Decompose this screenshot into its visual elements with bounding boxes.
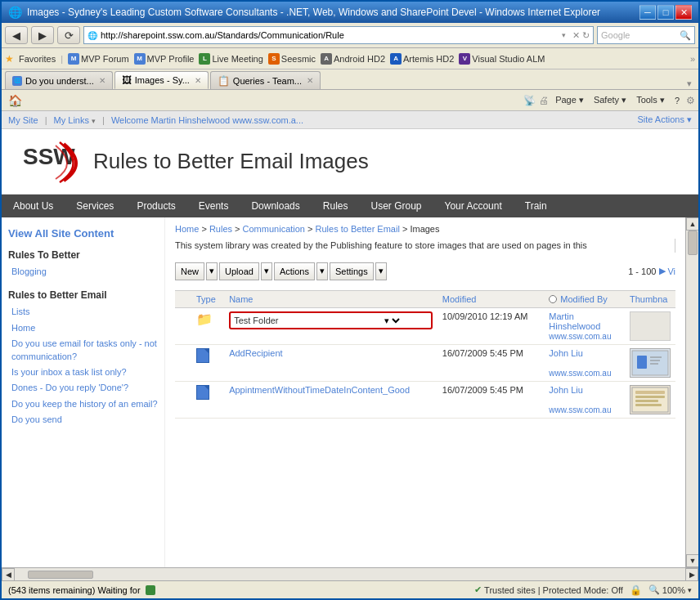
tab-do-you-understand[interactable]: 🌐 Do you underst... ✕ <box>5 71 113 89</box>
sidebar-link-lists[interactable]: Lists <box>8 304 158 320</box>
sidebar-section-rules-to-better: Rules To Better Blogging <box>8 249 158 280</box>
view-link[interactable]: Vi <box>667 266 675 276</box>
tab-images[interactable]: 🖼 Images - Sy... ✕ <box>114 71 209 89</box>
modified-by-name-1[interactable]: John Liu <box>549 348 620 358</box>
actions-button[interactable]: Actions <box>274 262 315 280</box>
forward-button[interactable]: ▶ <box>31 26 54 44</box>
breadcrumb-rules[interactable]: Rules <box>209 224 232 234</box>
v-scroll-thumb[interactable] <box>688 231 698 255</box>
h-scroll-thumb[interactable] <box>28 571 93 579</box>
fav-android-hd2[interactable]: A Android HD2 <box>321 53 385 65</box>
col-modified[interactable]: Modified <box>438 290 544 307</box>
favorites-label[interactable]: Favorites <box>19 54 56 64</box>
folder-name-input[interactable] <box>234 316 381 325</box>
vs-alm-icon: V <box>459 53 470 65</box>
minimize-button[interactable]: ─ <box>639 5 656 20</box>
content-area: My Site | My Links ▾ | Welcome Martin Hi… <box>2 111 698 567</box>
welcome-link[interactable]: Welcome Martin Hinshelwood www.ssw.com.a… <box>111 115 303 125</box>
file-link-2[interactable]: AppintmentWithoutTimeDateInContent_Good <box>229 385 410 395</box>
tab-close-2[interactable]: ✕ <box>307 76 313 85</box>
nav-train[interactable]: Train <box>514 195 559 217</box>
file-link-1[interactable]: AddRecipient <box>229 348 282 358</box>
settings-dropdown-btn[interactable]: ▾ <box>375 262 387 280</box>
col-type[interactable]: Type <box>191 290 224 307</box>
breadcrumb-communication[interactable]: Communication <box>243 224 305 234</box>
thumbnail-svg-1 <box>630 349 670 377</box>
tab-close-0[interactable]: ✕ <box>99 76 105 85</box>
inline-editor[interactable]: ▾ <box>229 311 433 329</box>
my-links-link[interactable]: My Links ▾ <box>54 115 96 125</box>
safety-button[interactable]: Safety ▾ <box>590 93 630 107</box>
scroll-down-btn[interactable]: ▼ <box>686 554 698 567</box>
sidebar-link-dones[interactable]: Dones - Do you reply 'Done'? <box>8 380 158 396</box>
nav-user-group[interactable]: User Group <box>359 195 433 217</box>
row-radio-1 <box>175 344 191 381</box>
zoom-control[interactable]: 🔍 100% ▾ <box>648 584 692 595</box>
more-tabs-btn[interactable]: » <box>690 54 695 64</box>
rss-btn[interactable]: 📡 <box>523 95 536 106</box>
col-modified-by: Modified By <box>544 290 625 307</box>
nav-about-us[interactable]: About Us <box>2 195 65 217</box>
modified-by-name-2[interactable]: John Liu <box>549 385 620 395</box>
sidebar-link-home[interactable]: Home <box>8 320 158 336</box>
upload-dropdown-btn[interactable]: ▾ <box>261 262 272 280</box>
fav-vs-alm[interactable]: V Visual Studio ALM <box>459 53 545 65</box>
folder-dropdown[interactable]: ▾ <box>381 315 402 326</box>
my-site-link[interactable]: My Site <box>8 115 38 125</box>
fav-mvp-forum[interactable]: M MVP Forum <box>68 53 128 65</box>
zoom-icon: 🔍 <box>648 584 660 595</box>
home-btn[interactable]: 🏠 <box>8 94 22 107</box>
image-file-icon-1 <box>196 348 209 363</box>
fav-seesmic[interactable]: S Seesmic <box>268 53 316 65</box>
new-dropdown-btn[interactable]: ▾ <box>206 262 218 280</box>
tools-button[interactable]: Tools ▾ <box>633 93 668 107</box>
fav-artemis-hd2[interactable]: A Artemis HD2 <box>390 53 454 65</box>
nav-services[interactable]: Services <box>65 195 125 217</box>
nav-your-account[interactable]: Your Account <box>433 195 514 217</box>
command-bar: 🏠 📡 🖨 Page ▾ Safety ▾ Tools ▾ ? ⚙ <box>2 90 698 111</box>
nav-products[interactable]: Products <box>125 195 186 217</box>
scroll-right-btn[interactable]: ▶ <box>685 568 698 581</box>
actions-dropdown-btn[interactable]: ▾ <box>316 262 328 280</box>
address-dropdown-icon[interactable]: ▾ <box>562 31 566 39</box>
modified-by-name-0[interactable]: Martin Hinshelwood <box>549 311 620 331</box>
close-button[interactable]: ✕ <box>675 5 692 20</box>
new-tab-btn[interactable]: ▾ <box>684 78 695 89</box>
nav-downloads[interactable]: Downloads <box>240 195 311 217</box>
settings-button[interactable]: Settings <box>330 262 374 280</box>
sidebar-link-do-you-send[interactable]: Do you send <box>8 412 158 428</box>
vs-alm-label: Visual Studio ALM <box>472 54 545 64</box>
sidebar-link-keep-history[interactable]: Do you keep the history of an email? <box>8 396 158 412</box>
tab-bar: 🌐 Do you underst... ✕ 🖼 Images - Sy... ✕… <box>2 69 698 90</box>
tab-queries[interactable]: 📋 Queries - Team... ✕ <box>210 71 321 89</box>
row-name-0: ▾ <box>224 307 438 344</box>
next-page-btn[interactable]: ▶ <box>659 266 666 276</box>
fav-live-meeting[interactable]: L Live Meeting <box>199 53 262 65</box>
sidebar-link-inbox-task[interactable]: Is your inbox a task list only? <box>8 365 158 380</box>
nav-events[interactable]: Events <box>187 195 240 217</box>
view-all-site-content-link[interactable]: View All Site Content <box>8 227 158 240</box>
modified-by-radio[interactable] <box>549 295 557 303</box>
ie-settings-icon[interactable]: ⚙ <box>686 95 695 106</box>
page-button[interactable]: Page ▾ <box>552 93 587 107</box>
help-button[interactable]: ? <box>671 94 683 107</box>
reload-button[interactable]: ⟳ <box>57 26 80 44</box>
fav-mvp-profile[interactable]: M MVP Profile <box>134 53 195 65</box>
scroll-up-btn[interactable]: ▲ <box>686 217 698 231</box>
upload-button[interactable]: Upload <box>219 262 259 280</box>
site-actions-btn[interactable]: Site Actions ▾ <box>637 114 692 125</box>
new-button[interactable]: New <box>175 262 204 280</box>
print-btn[interactable]: 🖨 <box>539 95 549 106</box>
sidebar-link-tasks-only[interactable]: Do you use email for tasks only - not co… <box>8 336 158 365</box>
nav-rules[interactable]: Rules <box>312 195 360 217</box>
col-name[interactable]: Name <box>224 290 438 307</box>
svg-rect-7 <box>635 391 665 394</box>
sidebar-blogging[interactable]: Blogging <box>8 264 158 280</box>
search-box[interactable]: Google 🔍 <box>597 26 695 44</box>
scroll-left-btn[interactable]: ◀ <box>2 568 15 581</box>
back-button[interactable]: ◀ <box>5 26 28 44</box>
breadcrumb-rules-to-better-email[interactable]: Rules to Better Email <box>316 224 400 234</box>
tab-close-1[interactable]: ✕ <box>195 76 201 85</box>
maximize-button[interactable]: □ <box>657 5 674 20</box>
breadcrumb-home[interactable]: Home <box>175 224 199 234</box>
